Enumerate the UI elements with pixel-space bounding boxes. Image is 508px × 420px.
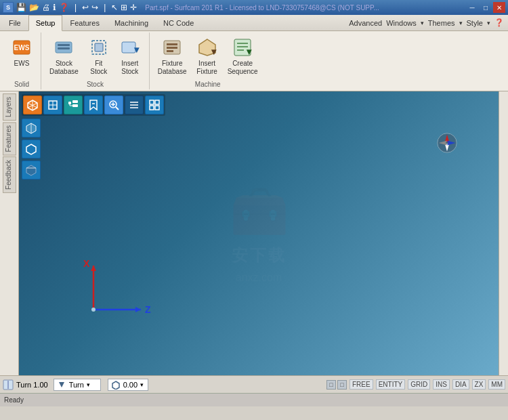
insert-stock-button[interactable]: ▾ InsertStock bbox=[115, 34, 145, 79]
corner-buttons: □ □ bbox=[326, 380, 347, 390]
ews-icon: EWS bbox=[11, 37, 33, 58]
move-icon[interactable]: ✛ bbox=[130, 3, 137, 12]
svg-rect-7 bbox=[122, 42, 135, 53]
layers-tab[interactable]: Layers bbox=[3, 93, 16, 121]
status-mm[interactable]: MM bbox=[488, 379, 505, 390]
tab-nccode[interactable]: NC Code bbox=[156, 15, 201, 30]
top-view-button[interactable] bbox=[43, 96, 62, 114]
help-icon[interactable]: ❓ bbox=[59, 3, 69, 12]
stock-items: StockDatabase FitStock bbox=[45, 34, 145, 79]
create-sequence-icon: ▾ bbox=[232, 37, 253, 58]
tree-view-button[interactable] bbox=[64, 96, 83, 114]
list-view-button[interactable] bbox=[125, 96, 144, 114]
svg-rect-3 bbox=[58, 44, 70, 46]
status-right: □ □ FREE ENTITY GRID INS DIA ZX MM bbox=[326, 379, 505, 390]
insert-fixture-icon: ▾ bbox=[196, 37, 218, 58]
select-icon[interactable]: ⊞ bbox=[121, 3, 127, 12]
viewport[interactable]: 🧰 安下载 anxz.com bbox=[19, 91, 499, 375]
ribbon: File Setup Features Machining NC Code Ad… bbox=[0, 15, 508, 91]
svg-marker-48 bbox=[26, 165, 36, 175]
maximize-button[interactable]: □ bbox=[480, 2, 492, 13]
solid-items: EWS EWS bbox=[7, 34, 37, 79]
feedback-tab[interactable]: Feedback bbox=[3, 156, 16, 193]
title-bar-controls[interactable]: ─ □ ✕ bbox=[466, 2, 505, 13]
tab-machining[interactable]: Machining bbox=[107, 15, 156, 30]
cylinder-button[interactable] bbox=[22, 161, 41, 180]
close-button[interactable]: ✕ bbox=[493, 2, 505, 13]
redo-icon[interactable]: ↪ bbox=[91, 3, 98, 12]
svg-rect-43 bbox=[150, 106, 154, 110]
value-text: 0.00 bbox=[123, 381, 137, 389]
corner-btn-1[interactable]: □ bbox=[326, 380, 336, 390]
cube-view-button[interactable] bbox=[23, 96, 42, 114]
minimize-button[interactable]: ─ bbox=[466, 2, 478, 13]
tab-features[interactable]: Features bbox=[62, 15, 106, 30]
advanced-menu[interactable]: Advanced bbox=[349, 19, 382, 27]
open-icon[interactable]: 📂 bbox=[29, 3, 39, 12]
machine-items: FixtureDatabase ▾ InsertFixture bbox=[154, 34, 262, 79]
insert-fixture-button[interactable]: ▾ InsertFixture bbox=[192, 34, 222, 79]
svg-rect-6 bbox=[95, 43, 103, 51]
corner-btn-2[interactable]: □ bbox=[337, 380, 347, 390]
themes-menu[interactable]: Themes bbox=[428, 19, 455, 27]
ews-button[interactable]: EWS EWS bbox=[7, 34, 37, 70]
svg-marker-47 bbox=[26, 144, 36, 154]
svg-marker-58 bbox=[91, 266, 96, 271]
value-display[interactable]: 0.00 ▾ bbox=[108, 379, 148, 391]
save-icon[interactable]: 💾 bbox=[16, 3, 26, 12]
grid-view-button[interactable] bbox=[145, 96, 164, 114]
fixture-db-label: FixtureDatabase bbox=[158, 60, 187, 76]
insert-fixture-label: InsertFixture bbox=[196, 60, 217, 76]
undo-icon[interactable]: ↩ bbox=[82, 3, 89, 12]
tab-file[interactable]: File bbox=[1, 15, 28, 30]
sphere-button[interactable] bbox=[22, 140, 41, 159]
svg-rect-4 bbox=[58, 47, 70, 49]
tab-right-menu: Advanced Windows ▾ Themes ▾ Style ▾ ❓ bbox=[349, 15, 508, 30]
help-ribbon-icon[interactable]: ❓ bbox=[494, 18, 504, 27]
insert-stock-icon: ▾ bbox=[119, 37, 141, 58]
features-tab[interactable]: Features bbox=[3, 122, 16, 155]
stock-database-button[interactable]: StockDatabase bbox=[45, 34, 83, 79]
svg-rect-42 bbox=[155, 100, 159, 104]
stock-db-label: StockDatabase bbox=[49, 60, 79, 76]
insert-stock-label: InsertStock bbox=[121, 60, 138, 76]
bottom-bar: Ready bbox=[0, 393, 508, 406]
ribbon-content: EWS EWS Solid bbox=[0, 31, 508, 91]
stock-database-icon bbox=[53, 37, 75, 58]
coordinate-axes: X Z bbox=[73, 259, 154, 335]
turn-dropdown[interactable]: Turn ▾ bbox=[54, 379, 101, 391]
status-bar: Turn 1.00 Turn ▾ 0.00 ▾ □ □ FREE ENTITY … bbox=[0, 375, 508, 393]
fit-stock-button[interactable]: FitStock bbox=[84, 34, 114, 79]
svg-rect-29 bbox=[72, 104, 78, 107]
solid-group-label: Solid bbox=[14, 79, 29, 88]
turn-icon bbox=[3, 379, 14, 390]
turn-label: Turn 1.00 bbox=[16, 381, 48, 389]
solid-box-button[interactable] bbox=[22, 119, 41, 138]
status-grid[interactable]: GRID bbox=[408, 379, 430, 390]
tab-setup[interactable]: Setup bbox=[28, 15, 63, 31]
svg-text:▾: ▾ bbox=[133, 44, 140, 55]
app-icon: S bbox=[3, 2, 14, 13]
cursor-icon[interactable]: ↖ bbox=[111, 3, 118, 12]
status-ins[interactable]: INS bbox=[433, 379, 450, 390]
info-icon[interactable]: ℹ bbox=[53, 3, 56, 12]
create-sequence-label: CreateSequence bbox=[228, 60, 258, 76]
fit-stock-label: FitStock bbox=[90, 60, 107, 76]
status-dia[interactable]: DIA bbox=[452, 379, 469, 390]
fixture-database-button[interactable]: FixtureDatabase bbox=[154, 34, 191, 79]
create-sequence-button[interactable]: ▾ CreateSequence bbox=[224, 34, 262, 79]
style-menu[interactable]: Style bbox=[467, 19, 483, 27]
title-bar: S 💾 📂 🖨 ℹ ❓ | ↩ ↪ | ↖ ⊞ ✛ Part.spf - Sur… bbox=[0, 0, 508, 15]
status-entity[interactable]: ENTITY bbox=[376, 379, 406, 390]
ews-label: EWS bbox=[14, 60, 30, 68]
status-free[interactable]: FREE bbox=[350, 379, 373, 390]
status-zx[interactable]: ZX bbox=[472, 379, 486, 390]
zoom-view-button[interactable] bbox=[104, 96, 123, 114]
svg-marker-56 bbox=[135, 307, 141, 312]
bookmark-view-button[interactable] bbox=[84, 96, 103, 114]
windows-menu[interactable]: Windows bbox=[386, 19, 417, 27]
print-icon[interactable]: 🖨 bbox=[42, 3, 50, 12]
svg-rect-10 bbox=[167, 43, 177, 45]
fixture-database-icon bbox=[161, 37, 183, 58]
svg-rect-44 bbox=[155, 106, 159, 110]
